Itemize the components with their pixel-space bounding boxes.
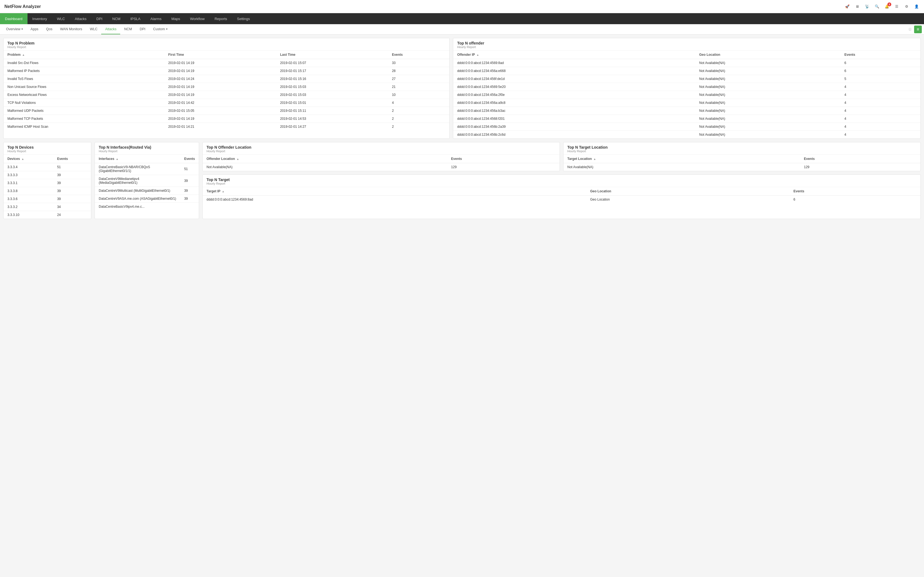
monitor-icon[interactable]: 🖥 <box>854 3 860 10</box>
device-name: 3.3.3.8 <box>3 187 53 195</box>
events: 27 <box>388 75 449 83</box>
user-icon[interactable]: 👤 <box>914 3 919 10</box>
device-name: 3.3.3.6 <box>3 195 53 203</box>
col-offender-ip[interactable]: Offender IP ▲ <box>453 50 695 59</box>
geo-location: Not Available(NA) <box>695 67 841 75</box>
events: 6 <box>841 59 921 67</box>
subnav-attacks[interactable]: Attacks <box>101 24 120 34</box>
last-time: 2019-02-01 15:03 <box>276 91 388 99</box>
nav-item-inventory[interactable]: Inventory <box>27 13 52 24</box>
events: 4 <box>388 99 449 107</box>
offender-ip: dddd:0:0:0:abcd:1234:4568:f201 <box>453 115 695 123</box>
offender-ip: dddd:0:0:0:abcd:1234:456b:2c6d <box>453 131 695 139</box>
nav-item-ncm[interactable]: NCM <box>107 13 125 24</box>
subnav-ncm[interactable]: NCM <box>120 24 136 34</box>
problem-name: Malformed IP Packets <box>3 67 165 75</box>
search-icon[interactable]: 🔍 <box>874 3 880 10</box>
table-row: DataCentreBasicV9ipv4.me.c... <box>95 203 199 211</box>
sub-nav-right: ☆ ≡ <box>908 24 922 34</box>
notification-icon[interactable]: 🔔 3 <box>884 3 890 10</box>
offender-ip: dddd:0:0:0:abcd:1234:4569:5e20 <box>453 83 695 91</box>
problem-name: Non Unicast Source Flows <box>3 83 165 91</box>
subnav-dpi[interactable]: DPI <box>136 24 149 34</box>
events <box>180 203 199 211</box>
events: 39 <box>53 195 91 203</box>
hamburger-icon[interactable]: ☰ <box>894 3 900 10</box>
problem-name: Malformed ICMP Host Scan <box>3 123 165 131</box>
problem-name: Excess Networkcast Flows <box>3 91 165 99</box>
device-name: 3.3.3.2 <box>3 203 53 211</box>
table-row: dddd:0:0:0:abcd:1234:456a:e668 Not Avail… <box>453 67 921 75</box>
problem-name: Invalid Src-Dst Flows <box>3 59 165 67</box>
rocket-icon[interactable]: 🚀 <box>844 3 850 10</box>
first-time: 2019-02-01 14:19 <box>165 115 276 123</box>
subnav-overview[interactable]: Overview <box>2 24 27 34</box>
nav-item-ipsla[interactable]: IPSLA <box>125 13 145 24</box>
network-icon[interactable]: 📡 <box>864 3 870 10</box>
star-icon[interactable]: ☆ <box>908 27 912 32</box>
top-n-interfaces-header: Top N Interfaces(Routed Via) Hourly Repo… <box>95 142 199 155</box>
nav-item-settings[interactable]: Settings <box>232 13 255 24</box>
geo-location: Not Available(NA) <box>695 59 841 67</box>
device-name: 3.3.3.4 <box>3 163 53 171</box>
device-name: 3.3.3.3 <box>3 171 53 179</box>
table-row: DataCentreBasicV9-NBAR/CBQoS (GigabitEth… <box>95 163 199 175</box>
subnav-apps[interactable]: Apps <box>27 24 42 34</box>
col-offender-location[interactable]: Offender Location ▲ <box>203 155 447 163</box>
add-widget-button[interactable]: ≡ <box>914 26 922 33</box>
nav-item-dashboard[interactable]: Dashboard <box>0 13 27 24</box>
top-n-target-header: Top N Target Hourly Report <box>203 175 921 187</box>
table-row: Malformed TCP Packets 2019-02-01 14:19 2… <box>3 115 449 123</box>
top-n-offender-table: Offender IP ▲ Geo Location Events dddd:0… <box>453 50 921 139</box>
col-target-ip[interactable]: Target IP ▲ <box>203 187 586 196</box>
nav-item-maps[interactable]: Maps <box>166 13 185 24</box>
events: 5 <box>841 75 921 83</box>
col-events: Events <box>388 50 449 59</box>
table-row: dddd:0:0:0:abcd:1234:4569:5e20 Not Avail… <box>453 83 921 91</box>
top-n-offender-location-header: Top N Offender Location Hourly Report <box>203 142 560 155</box>
top-n-offender-card: Top N offender Hourly Report Offender IP… <box>453 38 921 139</box>
events: 2 <box>388 123 449 131</box>
top-n-target-location-title: Top N Target Location <box>567 145 917 150</box>
events: 4 <box>841 83 921 91</box>
table-row: dddd:0:0:0:abcd:1234:4569:8ad Not Availa… <box>453 59 921 67</box>
table-row: dddd:0:0:0:abcd:1234:456a:a9c8 Not Avail… <box>453 99 921 107</box>
table-row: dddd:0:0:0:abcd:1234:456b:2a39 Not Avail… <box>453 123 921 131</box>
table-row: 3.3.3.8 39 <box>3 187 91 195</box>
nav-item-dpi[interactable]: DPI <box>92 13 108 24</box>
table-row: 3.3.3.10 24 <box>3 211 91 219</box>
subnav-wan-monitors[interactable]: WAN Monitors <box>57 24 86 34</box>
top-n-offender-location-table: Offender Location ▲ Events Not Available… <box>203 155 560 171</box>
events: 39 <box>180 187 199 195</box>
col-target-location[interactable]: Target Location ▲ <box>564 155 800 163</box>
top-n-target-location-card: Top N Target Location Hourly Report Targ… <box>563 142 921 171</box>
table-row: Excess Networkcast Flows 2019-02-01 14:1… <box>3 91 449 99</box>
top-n-target-table: Target IP ▲ Geo Location Events dddd:0:0… <box>203 187 921 203</box>
first-time: 2019-02-01 15:05 <box>165 107 276 115</box>
target-ip: dddd:0:0:0:abcd:1234:4569:8ad <box>203 196 586 204</box>
table-row: Not Available(NA) 129 <box>203 163 560 171</box>
interface-name: DataCentreBasicV9ipv4.me.c... <box>95 203 180 211</box>
interface-name: DataCentreV9ASA.me.com (ASAGigabitEthern… <box>95 195 180 203</box>
table-row: 3.3.3.6 39 <box>3 195 91 203</box>
nav-item-attacks[interactable]: Attacks <box>70 13 92 24</box>
device-name: 3.3.3.1 <box>3 179 53 187</box>
device-name: 3.3.3.10 <box>3 211 53 219</box>
col-devices[interactable]: Devices ▲ <box>3 155 53 163</box>
events: 2 <box>388 107 449 115</box>
col-problem[interactable]: Problem ▲ <box>3 50 165 59</box>
top-n-devices-table: Devices ▲ Events 3.3.3.4 513.3.3.3 393.3… <box>3 155 91 219</box>
subnav-custom[interactable]: Custom <box>149 24 171 34</box>
col-interfaces[interactable]: Interfaces ▲ <box>95 155 180 163</box>
nav-item-alarms[interactable]: Alarms <box>145 13 166 24</box>
top-n-interfaces-subtitle: Hourly Report <box>99 150 195 153</box>
subnav-wlc[interactable]: WLC <box>86 24 102 34</box>
nav-item-workflow[interactable]: Workflow <box>185 13 210 24</box>
subnav-qos[interactable]: Qos <box>42 24 57 34</box>
gear-icon[interactable]: ⚙ <box>904 3 910 10</box>
nav-item-wlc[interactable]: WLC <box>52 13 70 24</box>
nav-item-reports[interactable]: Reports <box>210 13 232 24</box>
col-first-time: First Time <box>165 50 276 59</box>
events: 28 <box>388 67 449 75</box>
target-location: Not Available(NA) <box>564 163 800 171</box>
